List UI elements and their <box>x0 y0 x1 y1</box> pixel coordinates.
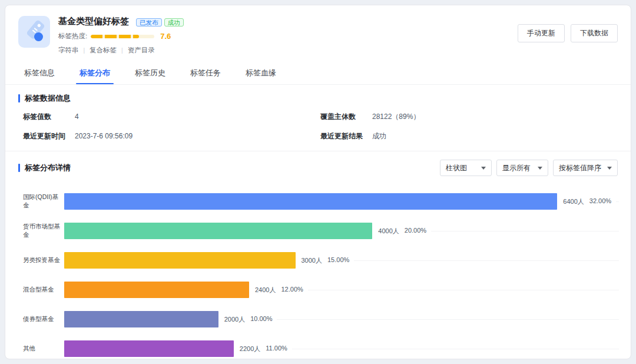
tag-meta-item: 字符串 <box>58 46 79 55</box>
bar-area: 6400人32.00% <box>64 193 619 210</box>
bar-count-label: 2200人 <box>240 345 260 353</box>
bar-percent-label: 12.00% <box>281 286 303 294</box>
select-value: 显示所有 <box>502 163 531 173</box>
bar-value-label: 3000人15.00% <box>302 256 350 265</box>
tab-标签任务[interactable]: 标签任务 <box>189 65 222 84</box>
bar-count-label: 3000人 <box>302 256 322 265</box>
info-label: 最近更新时间 <box>23 131 75 141</box>
bar-count-label: 6400人 <box>563 197 584 206</box>
bar-area: 2200人11.00% <box>64 340 619 357</box>
row-gridline <box>431 231 619 231</box>
bar-segment[interactable] <box>64 311 218 327</box>
status-badges: 已发布成功 <box>134 16 184 27</box>
tag-icon <box>18 16 50 48</box>
info-value: 4 <box>75 112 79 121</box>
tag-meta-item: 复合标签 <box>90 46 117 55</box>
chart-select-1[interactable]: 显示所有 <box>496 160 548 176</box>
bar-count-label: 4000人 <box>378 227 399 236</box>
row-gridline <box>616 201 619 202</box>
bar-area: 2400人12.00% <box>64 282 619 298</box>
tab-标签信息[interactable]: 标签信息 <box>23 65 56 84</box>
bar-category-label: 货币市场型基金 <box>23 223 64 239</box>
chart-row: 混合型基金2400人12.00% <box>23 275 619 305</box>
chart-select-0[interactable]: 柱状图 <box>440 160 492 176</box>
select-value: 柱状图 <box>446 163 467 173</box>
bar-segment[interactable] <box>64 282 249 298</box>
tag-meta: 字符串|复合标签|资产目录 <box>58 46 518 55</box>
tab-标签历史[interactable]: 标签历史 <box>134 65 167 84</box>
chart-row: 货币市场型基金4000人20.00% <box>23 216 619 246</box>
tab-标签分布[interactable]: 标签分布 <box>78 65 111 84</box>
header-main: 基金类型偏好标签 已发布成功 标签热度: 7.6 字符串|复合标签|资产目录 <box>58 16 518 55</box>
info-item: 覆盖主体数28122（89%） <box>320 112 618 122</box>
chart-row: 债券型基金2000人10.00% <box>23 305 619 334</box>
tag-meta-item: 资产目录 <box>128 46 155 55</box>
heat-row: 标签热度: 7.6 <box>58 32 518 41</box>
info-value: 成功 <box>372 131 386 141</box>
row-gridline <box>277 319 619 320</box>
bar-category-label: 混合型基金 <box>23 286 64 294</box>
bar-category-label: 债券型基金 <box>23 315 64 323</box>
bar-area: 3000人15.00% <box>64 252 619 269</box>
heat-value: 7.6 <box>160 32 171 41</box>
bar-area: 4000人20.00% <box>64 223 619 239</box>
page-header: 基金类型偏好标签 已发布成功 标签热度: 7.6 字符串|复合标签|资产目录 手… <box>5 5 631 59</box>
info-label: 覆盖主体数 <box>320 112 372 122</box>
meta-separator: | <box>84 47 85 54</box>
status-badge-green: 成功 <box>164 18 184 27</box>
bar-segment[interactable] <box>64 223 372 239</box>
tab-标签血缘[interactable]: 标签血缘 <box>244 65 277 84</box>
bar-segment[interactable] <box>64 193 557 210</box>
distribution-section-head: 标签分布详情 柱状图显示所有按标签值降序 <box>5 151 631 176</box>
row-gridline <box>308 290 619 290</box>
status-badge-blue: 已发布 <box>136 18 162 27</box>
chart-row: 国际(QDII)基金6400人32.00% <box>23 187 619 216</box>
bar-area: 2000人10.00% <box>64 311 619 327</box>
bar-category-label: 另类投资基金 <box>23 256 64 264</box>
bar-value-label: 6400人32.00% <box>563 197 611 206</box>
select-value: 按标签值降序 <box>559 163 601 173</box>
info-item: 最近更新时间2023-7-6 09:56:09 <box>23 131 320 141</box>
chart-row: 其他2200人11.00% <box>23 334 619 359</box>
bar-percent-label: 32.00% <box>589 197 611 206</box>
download-data-button[interactable]: 下载数据 <box>571 24 618 42</box>
bar-value-label: 2000人10.00% <box>224 315 273 324</box>
bar-count-label: 2000人 <box>224 315 245 324</box>
distribution-section-title: 标签分布详情 <box>18 163 71 173</box>
tab-bar: 标签信息标签分布标签历史标签任务标签血缘 <box>5 59 631 85</box>
bar-category-label: 其他 <box>23 345 64 353</box>
bar-percent-label: 20.00% <box>405 227 426 236</box>
meta-separator: | <box>121 47 123 54</box>
row-gridline <box>292 349 619 349</box>
info-label: 标签值数 <box>23 112 75 122</box>
heat-progress-bar <box>91 35 154 38</box>
chevron-down-icon <box>607 167 612 170</box>
bar-count-label: 2400人 <box>255 286 276 294</box>
manual-update-button[interactable]: 手动更新 <box>518 24 565 42</box>
chart-select-2[interactable]: 按标签值降序 <box>553 160 618 176</box>
bar-value-label: 4000人20.00% <box>378 227 426 236</box>
bar-percent-label: 15.00% <box>327 256 349 265</box>
bar-segment[interactable] <box>64 340 234 357</box>
data-info-section-head: 标签数据信息 <box>5 85 631 104</box>
info-value: 2023-7-6 09:56:09 <box>75 132 132 140</box>
info-value: 28122（89%） <box>372 112 420 122</box>
bar-chart: 国际(QDII)基金6400人32.00%货币市场型基金4000人20.00%另… <box>5 176 631 359</box>
chart-row: 另类投资基金3000人15.00% <box>23 246 619 275</box>
data-info-section-title: 标签数据信息 <box>18 93 71 104</box>
bar-value-label: 2400人12.00% <box>255 286 303 294</box>
chevron-down-icon <box>481 167 486 170</box>
info-item: 最近更新结果成功 <box>320 131 618 141</box>
chart-option-selects: 柱状图显示所有按标签值降序 <box>440 160 618 176</box>
info-label: 最近更新结果 <box>320 131 372 141</box>
tag-detail-card: 基金类型偏好标签 已发布成功 标签热度: 7.6 字符串|复合标签|资产目录 手… <box>5 5 631 359</box>
chevron-down-icon <box>538 167 542 170</box>
info-item: 标签值数4 <box>23 112 320 122</box>
bar-value-label: 2200人11.00% <box>240 345 287 353</box>
heat-label: 标签热度: <box>58 32 87 41</box>
bar-segment[interactable] <box>64 252 296 269</box>
bar-percent-label: 11.00% <box>266 345 287 353</box>
bar-category-label: 国际(QDII)基金 <box>23 193 64 210</box>
page-title: 基金类型偏好标签 <box>58 16 129 27</box>
data-info-grid: 标签值数4覆盖主体数28122（89%）最近更新时间2023-7-6 09:56… <box>5 104 631 151</box>
